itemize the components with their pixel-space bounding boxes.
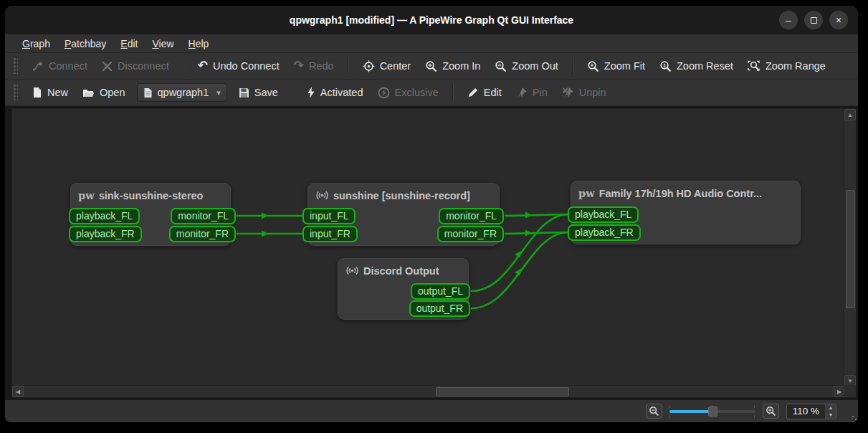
activated-toggle[interactable]: Activated [300,83,371,102]
menu-patchbay[interactable]: Patchbay [57,36,113,52]
node-title: sink-sunshine-stereo [99,190,204,201]
scroll-up-button[interactable]: ▲ [844,109,856,120]
zoom-fit-button[interactable]: Zoom Fit [580,57,652,76]
titlebar[interactable]: qpwgraph1 [modified] — A PipeWire Graph … [5,6,858,34]
save-icon [239,87,249,98]
resize-grip[interactable] [852,416,854,417]
port-sunshine-input_FL[interactable]: input_FL [302,208,356,224]
scroll-right-icon: ▶ [837,389,841,395]
patchbay-selector-value: qpwgraph1 [158,87,209,98]
open-patchbay-button[interactable]: Open [75,83,132,102]
menu-graph[interactable]: Graph [15,36,57,52]
wire-monitorFR-playbackFR[interactable] [505,232,568,234]
pin-button[interactable]: Pin [509,83,555,102]
wire-monitorFL-playbackFL[interactable] [505,214,568,216]
toolbar-drag-handle[interactable] [14,58,18,74]
edit-button[interactable]: Edit [460,83,509,102]
port-family-playback_FL[interactable]: playback_FL [568,206,639,223]
new-patchbay-button[interactable]: New [25,83,75,102]
scroll-down-icon: ▼ [847,378,853,384]
menu-help[interactable]: Help [181,36,216,52]
patchbay-selector[interactable]: qpwgraph1 ▾ [137,83,227,102]
toolbar-separator [452,84,454,101]
app-window: qpwgraph1 [modified] — A PipeWire Graph … [5,6,858,422]
menubar: Graph Patchbay Edit View Help [5,34,858,53]
vertical-scrollbar[interactable]: ▲ ▼ [844,109,856,386]
toolbar-drag-handle[interactable] [14,85,18,100]
port-sink-playback_FL[interactable]: playback_FL [69,208,140,224]
exclusive-toggle[interactable]: Exclusive [371,83,446,103]
zoom-out-icon [495,60,507,72]
vertical-scrollbar-thumb[interactable] [846,190,855,308]
wire-arrow [262,213,268,219]
graph-canvas[interactable]: pw sink-sunshine-stereo sunshine [sunshi… [11,108,857,398]
center-button[interactable]: Center [356,57,419,76]
port-sunshine-monitor_FL[interactable]: monitor_FL [439,208,504,224]
wire-arrow [262,231,268,237]
maximize-button[interactable] [804,11,823,29]
scrollbar-corner [844,385,856,397]
toolbar-graph: Connect Disconnect ↶ Undo Connect ↷ Redo… [5,53,858,80]
zoom-out-icon [649,406,659,417]
spin-up-button[interactable]: ▲ [826,404,836,411]
menu-view[interactable]: View [145,36,181,52]
close-button[interactable]: × [829,11,848,29]
toolbar-separator [183,57,184,75]
port-discord-output_FR[interactable]: output_FR [409,300,470,317]
zoom-range-icon [748,60,760,72]
zoom-reset-icon: 1 [659,60,672,72]
wire-arrow [525,230,532,237]
wire-arrow [515,249,524,258]
horizontal-scrollbar-thumb[interactable] [436,387,569,396]
window-controls: – × [779,11,848,29]
minimize-icon: – [786,14,791,26]
save-patchbay-button[interactable]: Save [232,83,285,102]
zoom-in-button[interactable]: Zoom In [418,57,487,76]
patchbay-file-icon [143,87,153,98]
scroll-left-button[interactable]: ◀ [12,386,24,397]
wire-arrow [515,267,524,276]
undo-icon: ↶ [198,60,208,72]
zoom-range-button[interactable]: Zoom Range [740,57,833,76]
toolbar-separator [292,84,293,101]
port-sink-monitor_FL[interactable]: monitor_FL [171,208,236,224]
zoom-out-button[interactable]: Zoom Out [487,57,565,76]
toolbar-patchbay: New Open qpwgraph1 ▾ Save Activated Excl… [5,80,858,106]
scroll-left-icon: ◀ [16,389,20,395]
connection-wires [12,109,857,398]
pin-icon [516,87,528,98]
chevron-down-icon: ▾ [216,88,221,97]
scroll-up-icon: ▲ [847,112,853,118]
disconnect-icon [102,61,113,72]
connect-button[interactable]: Connect [25,57,95,75]
disconnect-button[interactable]: Disconnect [95,57,176,75]
horizontal-scrollbar[interactable]: ◀ ▶ [12,385,845,397]
status-zoom-in-button[interactable] [763,404,779,419]
window-title: qpwgraph1 [modified] — A PipeWire Graph … [290,14,573,26]
port-sunshine-input_FR[interactable]: input_FR [302,226,358,242]
broadcast-icon [345,265,359,277]
wire-arrow [525,212,532,219]
port-family-playback_FR[interactable]: playback_FR [568,224,641,241]
zoom-value: 110 % [787,404,825,419]
svg-text:1: 1 [663,62,666,68]
status-zoom-out-button[interactable] [646,404,662,419]
statusbar: 110 % ▲ ▼ [5,400,858,422]
zoom-spinbox[interactable]: 110 % ▲ ▼ [786,404,836,419]
pipewire-icon: pw [78,189,95,201]
minimize-button[interactable]: – [779,11,798,29]
port-sink-playback_FR[interactable]: playback_FR [69,226,142,242]
port-discord-output_FL[interactable]: output_FL [411,283,470,300]
redo-button[interactable]: ↷ Redo [287,57,341,75]
spin-down-button[interactable]: ▼ [826,411,836,419]
unpin-button[interactable]: Unpin [555,83,614,102]
undo-connect-button[interactable]: ↶ Undo Connect [191,57,287,75]
menu-edit[interactable]: Edit [113,36,145,52]
zoom-fit-icon [587,60,599,72]
new-file-icon [32,87,42,98]
port-sink-monitor_FR[interactable]: monitor_FR [169,226,236,242]
zoom-slider[interactable] [669,404,755,419]
port-sunshine-monitor_FR[interactable]: monitor_FR [437,226,504,242]
zoom-reset-button[interactable]: 1 Zoom Reset [652,57,740,76]
graph-frame: pw sink-sunshine-stereo sunshine [sunshi… [5,106,858,400]
